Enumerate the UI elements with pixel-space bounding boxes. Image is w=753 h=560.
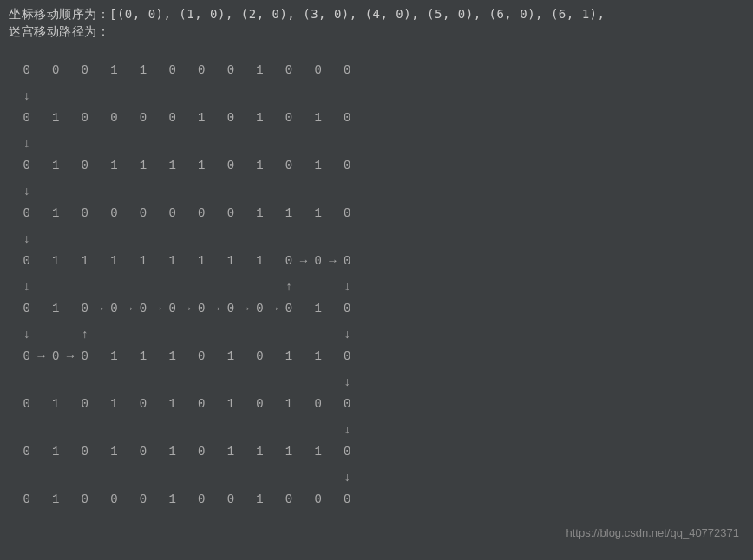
maze-arrow-row: ↓ ↑ ↓	[16, 271, 744, 303]
watermark-url: https://blog.csdn.net/qq_40772371	[566, 526, 740, 539]
maze-row: 0 1 0 1 0 1 0 1 1 1 1 0	[16, 446, 744, 462]
maze-row: 0 1 0 → 0 → 0 → 0 → 0 → 0 → 0 → 0 1 0	[16, 303, 744, 319]
maze-arrow-row: ↓	[16, 176, 744, 207]
maze-arrow-row: ↓	[16, 128, 744, 160]
maze-arrow-row: ↓	[16, 81, 744, 112]
maze-row: 0 → 0 → 0 1 1 1 0 1 0 1 1 0	[16, 350, 744, 367]
maze-row: 0 1 0 1 1 1 1 0 1 0 1 0	[16, 160, 744, 176]
maze-row: 0 1 0 0 0 0 0 0 1 1 1 0	[16, 207, 744, 224]
maze-row: 0 1 1 1 1 1 1 1 1 0 → 0 → 0	[16, 255, 744, 271]
maze-path-label: 迷宫移动路径为：	[9, 23, 744, 40]
maze-arrow-row: ↓ ↑ ↓	[16, 319, 744, 350]
coord-sequence-label: 坐标移动顺序为：[(0, 0), (1, 0), (2, 0), (3, 0),…	[9, 5, 744, 23]
maze-arrow-row: ↓	[16, 367, 744, 398]
maze-arrow-row: ↓	[16, 414, 744, 446]
maze-row: 0 1 0 0 0 0 1 0 1 0 1 0	[16, 112, 744, 128]
maze-row: 0 1 0 1 0 1 0 1 0 1 0 0	[16, 398, 744, 414]
maze-output: 0 0 0 1 1 0 0 0 1 0 0 0 ↓ 0 1 0 0 0 0 1 …	[16, 64, 744, 510]
maze-arrow-row: ↓	[16, 462, 744, 493]
maze-row: 0 1 0 0 0 1 0 0 1 0 0 0	[16, 493, 744, 510]
maze-arrow-row: ↓	[16, 224, 744, 255]
maze-row: 0 0 0 1 1 0 0 0 1 0 0 0	[16, 64, 744, 81]
